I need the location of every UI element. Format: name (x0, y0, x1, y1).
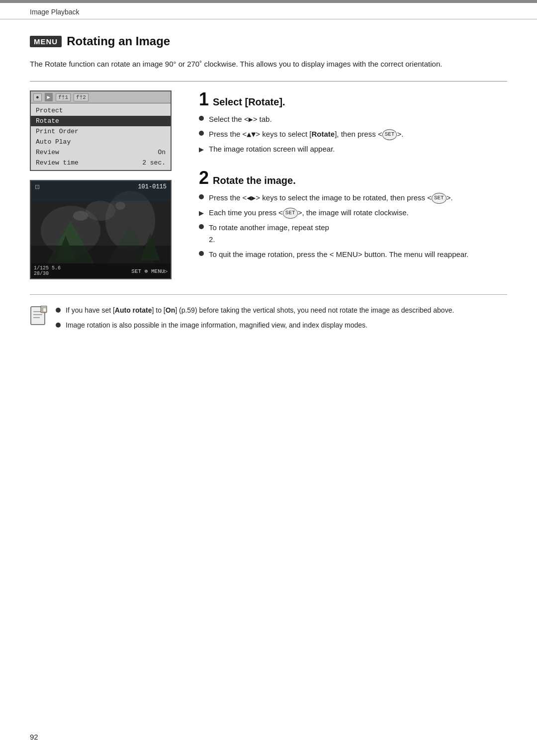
menu-value-review-time: 2 sec. (142, 159, 166, 167)
bullet-circle-icon (199, 251, 204, 256)
right-column: 1 Select [Rotate]. Select the <▶> tab. P… (199, 90, 507, 279)
menu-label-protect: Protect (36, 107, 63, 114)
svg-point-10 (73, 211, 88, 221)
menu-item-print-order: Print Order (31, 126, 171, 137)
screen-corner-icon: ⊡ (35, 183, 40, 190)
svg-point-6 (86, 201, 115, 221)
steps-area: ● ▶ f†1 f†2 Protect Rotate Print Order (30, 90, 507, 279)
screen-image-svg (31, 181, 172, 265)
menu-label-auto-play: Auto Play (36, 138, 71, 146)
step1-bullet-2: Press the <▲▼> keys to select [Rotate], … (199, 128, 507, 140)
screen-exposure: 1/125 5.6 (34, 265, 61, 271)
step-1-body: Select the <▶> tab. Press the <▲▼> keys … (199, 113, 507, 155)
step-1-section: 1 Select [Rotate]. Select the <▶> tab. P… (199, 90, 507, 155)
bullet-circle-icon (199, 224, 204, 229)
step2-bullet-4: To quit the image rotation, press the < … (199, 249, 507, 260)
note-bullet-2-text: Image rotation is also possible in the i… (66, 320, 367, 331)
tab-protect-icon: ● (33, 93, 42, 101)
step-2-number: 2 (199, 169, 209, 187)
svg-text:📋: 📋 (42, 307, 48, 313)
step1-bullet-3-text: The image rotation screen will appear. (209, 143, 507, 155)
bullet-circle-icon (199, 116, 204, 121)
step2-bullet-2-text: Each time you press <SET>, the image wil… (209, 207, 507, 219)
camera-screen-screenshot: 101-0115 ⊡ 1/125 5.6 28/30 SET ⊚ MENU▷ (30, 180, 172, 279)
section-divider (30, 81, 507, 82)
menu-item-review-time: Review time 2 sec. (31, 158, 171, 168)
bullet-circle-icon (199, 194, 204, 199)
main-content: MENU Rotating an Image The Rotate functi… (0, 19, 537, 355)
note-content: If you have set [Auto rotate] to [On] (p… (56, 305, 454, 335)
screen-controls: SET ⊚ MENU▷ (131, 268, 168, 274)
tab-ft1-icon: f†1 (56, 93, 71, 101)
step2-bullet-4-text: To quit the image rotation, press the < … (209, 249, 507, 260)
step-2-section: 2 Rotate the image. Press the <◀▶> keys … (199, 169, 507, 260)
step2-bullet-1: Press the <◀▶> keys to select the image … (199, 192, 507, 204)
arrow-icon: ▶ (199, 208, 204, 218)
page-number: 92 (30, 733, 38, 741)
menu-item-auto-play: Auto Play (31, 137, 171, 147)
tab-playback-icon: ▶ (45, 93, 53, 101)
screen-frame-count: 28/30 (34, 271, 61, 276)
camera-menu-screenshot: ● ▶ f†1 f†2 Protect Rotate Print Order (30, 90, 172, 171)
menu-value-review: On (158, 149, 166, 156)
menu-label-review: Review (36, 149, 59, 156)
screen-bottom-right: SET ⊚ MENU▷ (131, 268, 168, 274)
camera-menu-items: Protect Rotate Print Order Auto Play Rev… (31, 103, 171, 170)
step1-bullet-2-text: Press the <▲▼> keys to select [Rotate], … (209, 128, 507, 140)
menu-label-review-time: Review time (36, 159, 79, 167)
bullet-circle-icon (199, 131, 204, 136)
title-block: MENU Rotating an Image (30, 34, 507, 48)
step1-bullet-1: Select the <▶> tab. (199, 113, 507, 125)
intro-text: The Rotate function can rotate an image … (30, 58, 507, 70)
step-2-title: Rotate the image. (213, 175, 296, 186)
menu-badge: MENU (30, 36, 62, 47)
step2-bullet-2: ▶ Each time you press <SET>, the image w… (199, 207, 507, 219)
bullet-circle-icon (56, 323, 61, 328)
document-icon-svg: 📋 (30, 306, 48, 326)
step-2-body: Press the <◀▶> keys to select the image … (199, 192, 507, 260)
camera-menu-tabs: ● ▶ f†1 f†2 (31, 91, 171, 103)
step-1-title: Select [Rotate]. (213, 96, 285, 108)
note-bullet-1-text: If you have set [Auto rotate] to [On] (p… (66, 305, 454, 316)
svg-point-11 (115, 202, 125, 210)
arrow-icon: ▶ (199, 144, 204, 155)
screen-bottom-left: 1/125 5.6 28/30 (34, 265, 61, 276)
screen-image-area: 101-0115 ⊡ (31, 181, 171, 265)
step-1-number: 1 (199, 90, 209, 108)
step2-bullet-3: To rotate another image, repeat step2. (199, 222, 507, 246)
bullet-circle-icon (56, 308, 61, 313)
menu-label-rotate: Rotate (36, 117, 59, 125)
menu-item-rotate: Rotate (31, 116, 171, 126)
note-bullet-1: If you have set [Auto rotate] to [On] (p… (56, 305, 454, 316)
left-column: ● ▶ f†1 f†2 Protect Rotate Print Order (30, 90, 184, 279)
tab-ft2-icon: f†2 (74, 93, 89, 101)
menu-item-review: Review On (31, 147, 171, 158)
screen-bottom-bar: 1/125 5.6 28/30 SET ⊚ MENU▷ (31, 263, 171, 278)
note-section: 📋 If you have set [Auto rotate] to [On] … (30, 294, 507, 335)
step1-bullet-1-text: Select the <▶> tab. (209, 113, 507, 125)
step2-bullet-1-text: Press the <◀▶> keys to select the image … (209, 192, 507, 204)
note-bullet-2: Image rotation is also possible in the i… (56, 320, 454, 331)
step-1-header: 1 Select [Rotate]. (199, 90, 507, 108)
note-icon: 📋 (30, 306, 48, 329)
breadcrumb-text: Image Playback (30, 8, 80, 16)
breadcrumb: Image Playback (0, 3, 537, 19)
step2-bullet-3-text: To rotate another image, repeat step2. (209, 222, 507, 246)
menu-label-print-order: Print Order (36, 128, 79, 135)
page-title: Rotating an Image (67, 34, 170, 48)
step-2-header: 2 Rotate the image. (199, 169, 507, 187)
step1-bullet-3: ▶ The image rotation screen will appear. (199, 143, 507, 155)
menu-item-protect: Protect (31, 105, 171, 116)
screen-number: 101-0115 (138, 183, 167, 190)
